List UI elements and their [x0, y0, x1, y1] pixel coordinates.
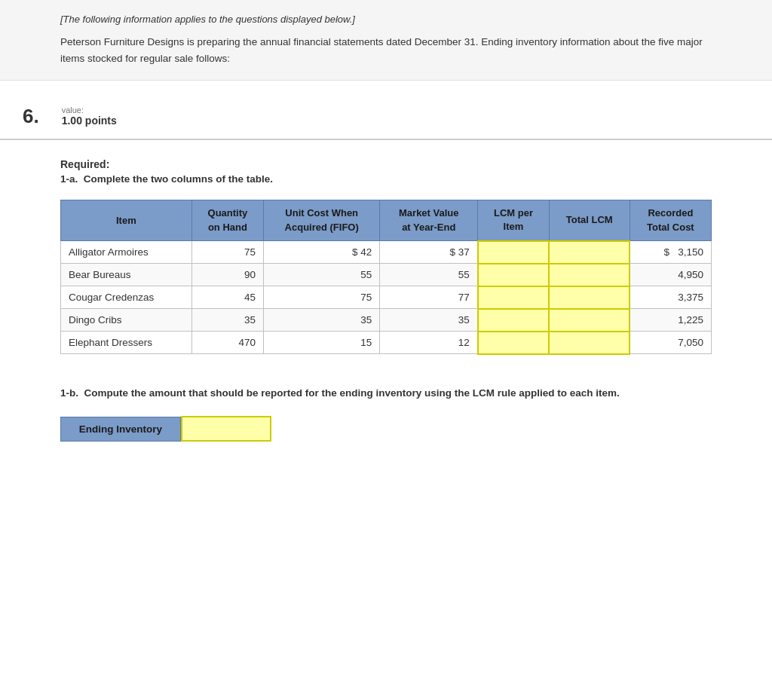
top-section: [The following information applies to th… — [0, 0, 772, 81]
instruction-1b: 1-b. Compute the amount that should be r… — [60, 385, 712, 402]
table-row: Bear Bureaus9055554,950 — [61, 264, 712, 286]
cell-total-lcm-input[interactable] — [549, 332, 630, 354]
cell-quantity: 75 — [191, 241, 263, 264]
cell-lcm-per-item-input[interactable] — [478, 332, 549, 354]
col-header-market-value: Market Valueat Year-End — [380, 200, 478, 241]
cell-quantity: 45 — [191, 286, 263, 309]
ending-inventory-input[interactable] — [181, 416, 271, 442]
table-header-row: Item Quantityon Hand Unit Cost WhenAcqui… — [61, 200, 712, 241]
cell-recorded-total: 3,375 — [630, 286, 711, 309]
col-header-item: Item — [61, 200, 192, 241]
page-container: [The following information applies to th… — [0, 0, 772, 700]
col-header-total-lcm: Total LCM — [549, 200, 630, 241]
table-row: Alligator Armoires75$ 42$ 37$ 3,150 — [61, 241, 712, 264]
cell-quantity: 90 — [191, 264, 263, 286]
cell-market-value: 55 — [380, 264, 478, 286]
cell-recorded-total: 7,050 — [630, 332, 711, 354]
section-1b: 1-b. Compute the amount that should be r… — [60, 385, 712, 442]
cell-lcm-per-item-input[interactable] — [478, 309, 549, 332]
table-row: Dingo Cribs3535351,225 — [61, 309, 712, 332]
intro-paragraph: Peterson Furniture Designs is preparing … — [60, 34, 712, 66]
cell-total-lcm-input[interactable] — [549, 241, 630, 264]
cell-item-name: Dingo Cribs — [61, 309, 192, 332]
instruction-1a-prefix: 1-a. — [60, 173, 78, 185]
inventory-table: Item Quantityon Hand Unit Cost WhenAcqui… — [60, 200, 712, 354]
ending-inventory-row: Ending Inventory — [60, 416, 712, 442]
col-header-unit-cost: Unit Cost WhenAcquired (FIFO) — [264, 200, 380, 241]
cell-total-lcm-input[interactable] — [549, 309, 630, 332]
instruction-1a: 1-a. Complete the two columns of the tab… — [60, 173, 712, 185]
cell-lcm-per-item-input[interactable] — [478, 264, 549, 286]
cell-recorded-total: 4,950 — [630, 264, 711, 286]
cell-unit-cost: 15 — [264, 332, 380, 354]
cell-lcm-per-item-input[interactable] — [478, 286, 549, 309]
cell-item-name: Elephant Dressers — [61, 332, 192, 354]
cell-unit-cost: 75 — [264, 286, 380, 309]
cell-quantity: 470 — [191, 332, 263, 354]
cell-quantity: 35 — [191, 309, 263, 332]
instruction-1b-text: Compute the amount that should be report… — [84, 387, 620, 399]
value-label: value: — [62, 105, 117, 115]
cell-unit-cost: 55 — [264, 264, 380, 286]
bracket-text: [The following information applies to th… — [60, 14, 712, 25]
required-label: Required: — [60, 158, 712, 170]
instruction-1a-text: Complete the two columns of the table. — [84, 173, 273, 185]
cell-total-lcm-input[interactable] — [549, 264, 630, 286]
col-header-recorded-total: RecordedTotal Cost — [630, 200, 711, 241]
value-points: 1.00 points — [62, 115, 117, 127]
cell-market-value: 35 — [380, 309, 478, 332]
main-content: Required: 1-a. Complete the two columns … — [0, 140, 772, 472]
col-header-lcm-per-item: LCM perItem — [478, 200, 549, 241]
col-header-quantity: Quantityon Hand — [191, 200, 263, 241]
cell-total-lcm-input[interactable] — [549, 286, 630, 309]
cell-item-name: Cougar Credenzas — [61, 286, 192, 309]
cell-market-value: 77 — [380, 286, 478, 309]
ending-inventory-label: Ending Inventory — [60, 417, 181, 442]
instruction-1b-prefix: 1-b. — [60, 387, 78, 399]
cell-unit-cost: 35 — [264, 309, 380, 332]
cell-market-value: $ 37 — [380, 241, 478, 264]
cell-item-name: Alligator Armoires — [61, 241, 192, 264]
table-row: Elephant Dressers47015127,050 — [61, 332, 712, 354]
cell-market-value: 12 — [380, 332, 478, 354]
cell-unit-cost: $ 42 — [264, 241, 380, 264]
cell-recorded-total: 1,225 — [630, 309, 711, 332]
cell-recorded-total: $ 3,150 — [630, 241, 711, 264]
cell-lcm-per-item-input[interactable] — [478, 241, 549, 264]
cell-item-name: Bear Bureaus — [61, 264, 192, 286]
question-section: 6. value: 1.00 points — [0, 88, 772, 140]
table-row: Cougar Credenzas4575773,375 — [61, 286, 712, 309]
question-value: value: 1.00 points — [62, 103, 117, 128]
question-number: 6. — [23, 103, 39, 128]
